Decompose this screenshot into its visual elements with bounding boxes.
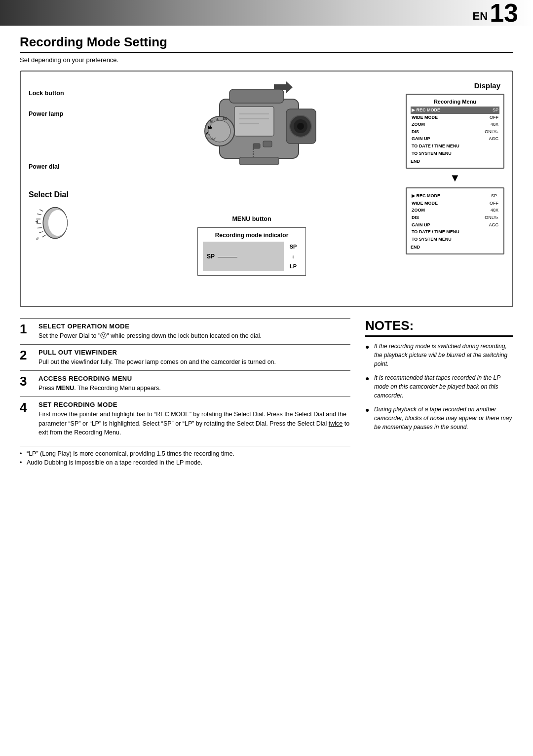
menu-row-value: 40X — [478, 121, 499, 128]
step-body-1: SELECT OPERATION MODESet the Power Dial … — [38, 323, 350, 340]
step-item-2: 2PULL OUT VIEWFINDERPull out the viewfin… — [20, 344, 350, 370]
bullet-dot: • — [20, 459, 25, 466]
right-section: Display Recording Menu ▶ REC MODESPWIDE … — [396, 79, 504, 254]
note-item: ●If the recording mode is switched durin… — [365, 342, 513, 368]
svg-marker-9 — [36, 220, 38, 223]
note-bullet: ● — [365, 405, 371, 415]
bullet-text: Audio Dubbing is impossible on a tape re… — [27, 459, 202, 466]
step-item-4: 4SET RECORDING MODEFirst move the pointe… — [20, 396, 350, 440]
menu-row-value: 40X — [478, 207, 499, 214]
svg-text:SC: SC — [223, 117, 228, 120]
step-text-4: First move the pointer and highlight bar… — [38, 410, 350, 436]
svg-rect-13 — [229, 89, 284, 103]
svg-rect-34 — [239, 157, 279, 165]
step-title-4: SET RECORDING MODE — [38, 401, 350, 408]
step-title-1: SELECT OPERATION MODE — [38, 323, 350, 330]
menu-row-label: WIDE MODE — [411, 114, 478, 121]
bullet-item: •Audio Dubbing is impossible on a tape r… — [20, 459, 350, 466]
step-number-1: 1 — [20, 323, 34, 335]
menu-row-label: ▶ REC MODE — [411, 107, 478, 114]
menu-table-2: ▶ REC MODE-SP-WIDE MODEOFFZOOM40XDISONLY… — [411, 192, 499, 243]
display-box-1: Recording Menu ▶ REC MODESPWIDE MODEOFFZ… — [406, 94, 504, 169]
page-number: 13 — [490, 0, 518, 26]
step-text-2: Pull out the viewfinder fully. The power… — [38, 358, 350, 366]
menu-button-label: MENU button — [232, 216, 271, 222]
lock-button-label: Lock button — [29, 89, 108, 97]
step-title-3: ACCESS RECORDING MENU — [38, 375, 350, 382]
step-number-4: 4 — [20, 401, 34, 414]
sp-right-label: SP — [290, 244, 297, 250]
step-item-3: 3ACCESS RECORDING MENUPress MENU. The Re… — [20, 370, 350, 396]
step-text-3: Press MENU. The Recording Menu appears. — [38, 384, 350, 393]
steps-section: 1SELECT OPERATION MODESet the Power Dial… — [20, 318, 350, 468]
notes-title: NOTES: — [365, 318, 513, 337]
note-text: If the recording mode is switched during… — [374, 342, 513, 368]
note-text: It is recommended that tapes recorded in… — [374, 373, 513, 400]
menu-row-label: TO DATE / TIME MENU — [411, 143, 478, 150]
menu-row-value — [478, 236, 499, 243]
menu-end-2: END — [411, 245, 499, 250]
display-box-2: ▶ REC MODE-SP-WIDE MODEOFFZOOM40XDISONLY… — [406, 187, 504, 254]
menu-row-value: AGC — [478, 221, 499, 229]
select-dial-label: Select Dial — [29, 190, 69, 199]
step-body-4: SET RECORDING MODEFirst move the pointer… — [38, 401, 350, 436]
menu-row-label: TO DATE / TIME MENU — [411, 228, 478, 236]
svg-point-17 — [297, 123, 304, 130]
menu-row-label: TO SYSTEM MENU — [411, 150, 478, 157]
menu-row-label: GAIN UP — [411, 135, 478, 143]
menu-row-label: WIDE MODE — [411, 200, 478, 207]
en-label: EN — [473, 10, 488, 26]
page-title: Recording Mode Setting — [20, 35, 513, 53]
step-title-2: PULL OUT VIEWFINDER — [38, 349, 350, 356]
svg-text:M: M — [210, 120, 213, 123]
menu-row-value: ONLYₙ — [478, 214, 499, 221]
svg-point-1 — [48, 210, 68, 236]
svg-text:A: A — [216, 117, 219, 121]
bullet-text: “LP” (Long Play) is more economical, pro… — [27, 450, 234, 457]
svg-rect-31 — [263, 141, 272, 147]
note-text: During playback of a tape recorded on an… — [374, 405, 513, 432]
page-content: Recording Mode Setting Set depending on … — [0, 26, 533, 483]
rec-indicator-title: Recording mode indicator — [203, 232, 301, 239]
svg-line-6 — [38, 227, 42, 228]
note-bullet: ● — [365, 373, 371, 384]
diagram-inner: Lock button Power lamp Power dial Select… — [29, 79, 504, 276]
recording-menu-title: Recording Menu — [411, 99, 499, 105]
menu-row-value: OFF — [478, 114, 499, 121]
menu-row-label: DIS — [411, 128, 478, 136]
note-item: ●During playback of a tape recorded on a… — [365, 405, 513, 432]
menu-row-label: DIS — [411, 214, 478, 221]
steps-notes-row: 1SELECT OPERATION MODESet the Power Dial… — [20, 318, 513, 468]
bullet-list: •“LP” (Long Play) is more economical, pr… — [20, 446, 350, 466]
svg-line-7 — [39, 231, 43, 233]
step-number-3: 3 — [20, 375, 34, 388]
menu-row-label: ▶ REC MODE — [411, 192, 478, 200]
step-body-3: ACCESS RECORDING MENUPress MENU. The Rec… — [38, 375, 350, 393]
arrow-down: ▼ — [406, 172, 504, 184]
menu-row-value — [478, 228, 499, 236]
step-number-2: 2 — [20, 349, 34, 361]
step-text-1: Set the Power Dial to "Ⓜ" while pressing… — [38, 331, 350, 340]
svg-text:A: A — [206, 131, 209, 136]
bullet-item: •“LP” (Long Play) is more economical, pr… — [20, 450, 350, 457]
svg-rect-18 — [234, 107, 274, 136]
menu-row-value: ONLYₙ — [478, 128, 499, 136]
camcorder-illustration: M A SC M A PLAY — [180, 79, 323, 213]
notes-container: ●If the recording mode is switched durin… — [365, 342, 513, 432]
center-section: M A SC M A PLAY MENU button — [108, 79, 396, 276]
bullet-dot: • — [20, 450, 25, 457]
svg-rect-30 — [208, 127, 212, 129]
svg-line-8 — [42, 235, 46, 237]
menu-row-value — [478, 143, 499, 150]
left-labels: Lock button Power lamp Power dial Select… — [29, 79, 108, 243]
step-body-2: PULL OUT VIEWFINDERPull out the viewfind… — [38, 349, 350, 366]
svg-line-2 — [39, 210, 43, 212]
menu-row-label: TO SYSTEM MENU — [411, 236, 478, 243]
menu-row-label: ZOOM — [411, 207, 478, 214]
menu-row-label: GAIN UP — [411, 221, 478, 229]
svg-text:↺: ↺ — [36, 237, 39, 241]
menu-row-value — [478, 150, 499, 157]
menu-row-value: OFF — [478, 200, 499, 207]
rec-indicator-box: Recording mode indicator SP ———— SP ↕ LP — [197, 227, 306, 276]
page-subtitle: Set depending on your preference. — [20, 56, 513, 64]
